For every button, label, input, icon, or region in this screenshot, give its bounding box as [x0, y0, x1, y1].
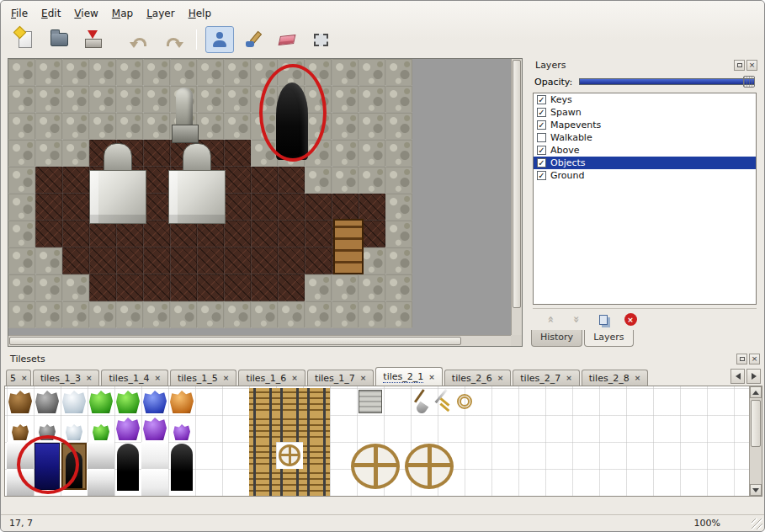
- map-tile-rock[interactable]: [197, 301, 224, 328]
- map-tile-floor[interactable]: [224, 274, 251, 301]
- layer-row-above[interactable]: ✓Above: [534, 144, 756, 157]
- map-tile-rock[interactable]: [62, 140, 89, 167]
- map-tile-rock[interactable]: [332, 86, 359, 113]
- map-tile-rock[interactable]: [143, 59, 170, 86]
- tileset-tile-track[interactable]: [276, 469, 303, 496]
- map-tile-rock[interactable]: [332, 140, 359, 167]
- map-tile-rock[interactable]: [385, 140, 412, 167]
- map-tile-floor[interactable]: [332, 194, 359, 221]
- map-tile-floor[interactable]: [251, 221, 278, 247]
- move-layer-down-button[interactable]: »: [568, 311, 585, 328]
- tileset-tile-rock-ice[interactable]: [62, 391, 86, 413]
- map-tile-rock[interactable]: [385, 301, 412, 328]
- map-tile-rock[interactable]: [359, 167, 385, 194]
- map-tile-rock[interactable]: [8, 194, 35, 221]
- map-tile-floor[interactable]: [143, 247, 170, 274]
- tileset-tile-arch-black[interactable]: [117, 444, 139, 491]
- map-tile-rock[interactable]: [385, 247, 412, 274]
- map-tile-floor[interactable]: [35, 167, 62, 194]
- map-tile-rock[interactable]: [385, 274, 412, 301]
- map-tile-rock[interactable]: [197, 59, 224, 86]
- map-tile-rock[interactable]: [62, 86, 89, 113]
- map-tile-rock[interactable]: [8, 140, 35, 167]
- map-tile-floor[interactable]: [251, 247, 278, 274]
- map-tile-rock[interactable]: [8, 167, 35, 194]
- map-tile-rock[interactable]: [35, 247, 62, 274]
- scrollbar-thumb[interactable]: [513, 60, 521, 308]
- tileset-tab-tiles_1_6[interactable]: tiles_1_6×: [238, 370, 305, 386]
- map-tile-rock[interactable]: [305, 274, 332, 301]
- map-tile-rock[interactable]: [385, 221, 412, 247]
- tileset-tab-tiles_2_6[interactable]: tiles_2_6×: [444, 370, 511, 386]
- layer-visible-checkbox[interactable]: ✓: [537, 158, 546, 168]
- map-tile-rock[interactable]: [116, 113, 143, 140]
- tab-close-icon[interactable]: ×: [497, 374, 504, 382]
- close-panel-button[interactable]: ×: [749, 354, 760, 364]
- tab-close-icon[interactable]: ×: [223, 374, 230, 382]
- tileset-tile-track[interactable]: [249, 442, 276, 469]
- map-tile-floor[interactable]: [278, 167, 305, 194]
- map-tile-rock[interactable]: [62, 274, 89, 301]
- tab-close-icon[interactable]: ×: [566, 374, 572, 382]
- map-tile-floor[interactable]: [62, 167, 89, 194]
- map-tile-rock[interactable]: [305, 167, 332, 194]
- map-horizontal-scrollbar[interactable]: [8, 335, 511, 346]
- tileset-scrollbar[interactable]: [749, 386, 762, 496]
- new-file-button[interactable]: [11, 26, 40, 53]
- map-tile-rock[interactable]: [35, 113, 62, 140]
- map-tile-floor[interactable]: [62, 221, 89, 247]
- map-tile-floor[interactable]: [251, 167, 278, 194]
- map-tile-rock[interactable]: [116, 301, 143, 328]
- map-tile-floor[interactable]: [89, 247, 116, 274]
- map-tile-floor[interactable]: [143, 221, 170, 247]
- eraser-button[interactable]: [273, 26, 301, 53]
- map-tile-floor[interactable]: [278, 247, 305, 274]
- scroll-down-button[interactable]: [750, 484, 762, 496]
- opacity-slider[interactable]: [579, 76, 755, 88]
- tileset-tab-tiles_1_4[interactable]: tiles_1_4×: [101, 370, 167, 386]
- tileset-tile-track[interactable]: [276, 415, 303, 442]
- map-tile-floor[interactable]: [35, 194, 62, 221]
- tileset-tile-rope[interactable]: [457, 394, 472, 409]
- map-tile-floor[interactable]: [62, 247, 89, 274]
- dock-tab-layers[interactable]: Layers: [584, 330, 633, 347]
- menu-item-layer[interactable]: Layer: [140, 5, 181, 22]
- map-tile-rock[interactable]: [62, 113, 89, 140]
- tab-close-icon[interactable]: ×: [635, 374, 641, 382]
- map-tile-rock[interactable]: [251, 301, 278, 328]
- tileset-tab-5[interactable]: 5×: [6, 370, 31, 386]
- map-tile-rock[interactable]: [8, 59, 35, 86]
- map-tile-rock[interactable]: [35, 86, 62, 113]
- map-tile-rock[interactable]: [305, 301, 332, 328]
- tab-close-icon[interactable]: ×: [428, 373, 435, 381]
- map-tile-rock[interactable]: [62, 59, 89, 86]
- map-tile-floor[interactable]: [170, 274, 197, 301]
- map-tile-rock[interactable]: [62, 301, 89, 328]
- map-tile-rock[interactable]: [385, 167, 412, 194]
- map-tile-rock[interactable]: [332, 59, 359, 86]
- map-tile-floor[interactable]: [197, 221, 224, 247]
- map-tile-rock[interactable]: [359, 86, 385, 113]
- tileset-tile-grad-white[interactable]: [88, 442, 114, 469]
- fill-tool-button[interactable]: [239, 26, 268, 53]
- map-tile-floor[interactable]: [305, 247, 332, 274]
- tileset-tile-sword[interactable]: [438, 389, 454, 414]
- tileset-tile-wheel-lg[interactable]: [405, 444, 454, 489]
- tileset-tile-track[interactable]: [276, 388, 303, 415]
- map-tile-floor[interactable]: [62, 194, 89, 221]
- map-tile-floor[interactable]: [224, 140, 251, 167]
- dock-tab-history[interactable]: History: [531, 330, 582, 347]
- resize-grip[interactable]: [752, 519, 762, 529]
- map-tile-rock[interactable]: [332, 167, 359, 194]
- delete-layer-button[interactable]: ×: [622, 311, 639, 328]
- map-tile-rock[interactable]: [116, 86, 143, 113]
- tab-close-icon[interactable]: ×: [86, 374, 93, 382]
- map-tile-rock[interactable]: [8, 247, 35, 274]
- tileset-tile-track[interactable]: [249, 388, 276, 415]
- tileset-tile-tile-blue[interactable]: [35, 443, 60, 490]
- map-tile-rock[interactable]: [278, 301, 305, 328]
- tileset-tile-track[interactable]: [303, 415, 330, 442]
- tab-close-icon[interactable]: ×: [360, 374, 367, 382]
- scrollbar-thumb[interactable]: [9, 337, 461, 345]
- save-button[interactable]: [78, 26, 107, 53]
